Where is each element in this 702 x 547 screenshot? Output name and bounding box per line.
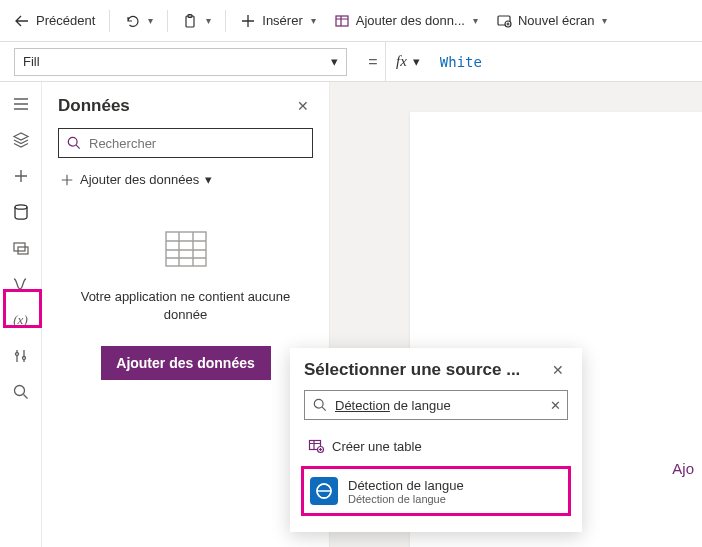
plus-icon	[60, 173, 74, 187]
rail-insert[interactable]	[5, 160, 37, 192]
equals-sign: =	[361, 53, 385, 71]
popup-search-box[interactable]: Détection de langue ✕	[304, 390, 568, 420]
popup-search-value[interactable]: Détection de langue	[335, 398, 451, 413]
svg-rect-2	[336, 16, 348, 26]
chevron-down-icon: ▾	[413, 54, 420, 69]
svg-rect-12	[166, 232, 206, 266]
chevron-down-icon: ▾	[311, 15, 316, 26]
plus-icon	[240, 13, 256, 29]
divider	[225, 10, 226, 32]
app-toolbar: Précédent ▾ ▾ Insérer ▾ Ajouter des donn…	[0, 0, 702, 42]
empty-state-text: Votre application ne contient aucune don…	[58, 288, 313, 324]
table-empty-icon	[165, 231, 207, 267]
add-data-link-label: Ajouter des données	[80, 172, 199, 187]
chevron-down-icon: ▾	[148, 15, 153, 26]
search-icon	[67, 136, 81, 150]
data-panel: Données ✕ Ajouter des données ▾ Votre ap…	[42, 82, 330, 547]
svg-point-8	[15, 353, 18, 356]
property-name: Fill	[23, 54, 40, 69]
back-label: Précédent	[36, 13, 95, 28]
svg-point-10	[14, 386, 24, 396]
chevron-down-icon: ▾	[205, 172, 212, 187]
clipboard-icon	[182, 13, 198, 29]
fx-icon: fx	[396, 53, 407, 70]
connector-result[interactable]: Détection de langue Détection de langue	[301, 466, 571, 516]
rail-hamburger[interactable]	[5, 88, 37, 120]
clear-search-button[interactable]: ✕	[550, 398, 561, 413]
chevron-down-icon: ▾	[331, 54, 338, 69]
insert-label: Insérer	[262, 13, 302, 28]
back-button[interactable]: Précédent	[6, 6, 103, 36]
insert-button[interactable]: Insérer ▾	[232, 6, 323, 36]
sliders-icon	[12, 347, 30, 365]
create-table-label: Créer une table	[332, 439, 422, 454]
variable-icon: (x)	[13, 312, 27, 328]
rail-media[interactable]	[5, 232, 37, 264]
property-selector[interactable]: Fill ▾	[14, 48, 347, 76]
popup-title: Sélectionner une source ...	[304, 360, 520, 380]
svg-point-11	[68, 137, 77, 146]
data-panel-title: Données	[58, 96, 130, 116]
chevron-down-icon: ▾	[602, 15, 607, 26]
add-data-label: Ajouter des donn...	[356, 13, 465, 28]
rail-search[interactable]	[5, 376, 37, 408]
paste-button[interactable]: ▾	[174, 6, 219, 36]
select-source-popup: Sélectionner une source ... ✕ Détection …	[290, 348, 582, 532]
connector-sub: Détection de langue	[348, 493, 464, 505]
data-search-box[interactable]	[58, 128, 313, 158]
rail-data[interactable]	[5, 196, 37, 228]
left-rail: (x)	[0, 82, 42, 547]
canvas-peek-text: Ajo	[672, 460, 694, 477]
formula-bar: Fill ▾ = fx ▾	[0, 42, 702, 82]
undo-icon	[124, 13, 140, 29]
close-popup-button[interactable]: ✕	[548, 360, 568, 380]
arrow-left-icon	[14, 13, 30, 29]
undo-button[interactable]: ▾	[116, 6, 161, 36]
media-icon	[12, 239, 30, 257]
database-icon	[12, 203, 30, 221]
add-data-button[interactable]: Ajouter des donn... ▾	[326, 6, 486, 36]
chevron-down-icon: ▾	[206, 15, 211, 26]
svg-point-9	[22, 357, 25, 360]
formula-input[interactable]	[430, 42, 702, 81]
rail-tree[interactable]	[5, 124, 37, 156]
fx-button[interactable]: fx ▾	[385, 42, 430, 81]
table-icon	[334, 13, 350, 29]
svg-point-5	[15, 205, 27, 209]
data-search-input[interactable]	[89, 136, 304, 151]
divider	[109, 10, 110, 32]
layers-icon	[12, 131, 30, 149]
search-icon	[313, 398, 327, 412]
chevron-down-icon: ▾	[473, 15, 478, 26]
connector-text: Détection de langue Détection de langue	[348, 478, 464, 505]
hamburger-icon	[12, 95, 30, 113]
close-panel-button[interactable]: ✕	[293, 96, 313, 116]
add-data-link[interactable]: Ajouter des données ▾	[58, 168, 313, 191]
divider	[167, 10, 168, 32]
table-plus-icon	[308, 438, 324, 454]
new-screen-label: Nouvel écran	[518, 13, 595, 28]
search-icon	[12, 383, 30, 401]
rail-flows[interactable]	[5, 268, 37, 300]
empty-state: Votre application ne contient aucune don…	[58, 231, 313, 380]
svg-point-13	[314, 399, 323, 408]
connector-icon	[310, 477, 338, 505]
plus-icon	[12, 167, 30, 185]
flow-icon	[12, 275, 30, 293]
create-table-option[interactable]: Créer une table	[304, 430, 568, 462]
new-screen-button[interactable]: Nouvel écran ▾	[488, 6, 616, 36]
rail-tools[interactable]	[5, 340, 37, 372]
rail-variables[interactable]: (x)	[5, 304, 37, 336]
add-data-button-primary[interactable]: Ajouter des données	[101, 346, 271, 380]
connector-name: Détection de langue	[348, 478, 464, 493]
screen-icon	[496, 13, 512, 29]
